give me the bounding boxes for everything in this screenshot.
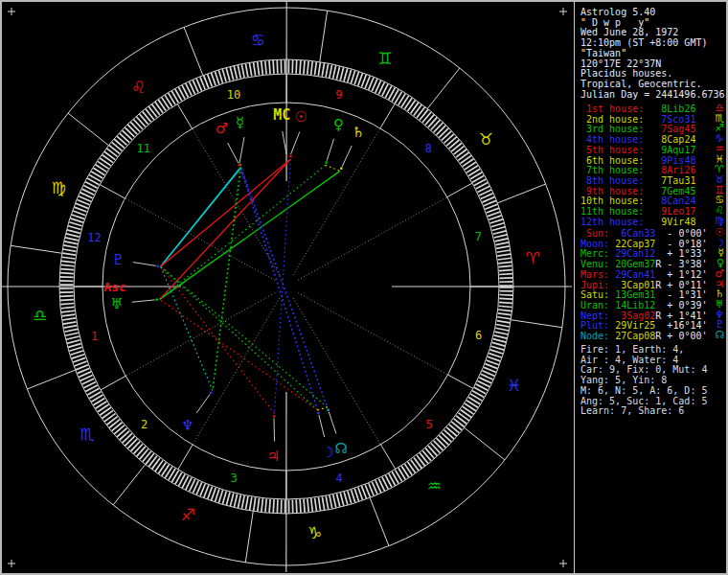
house-label: 7th house: [580, 165, 644, 175]
natal-chart-wheel: ♈♉♊♋♌♍♎♏♐♑♒♓123456789101112☉☽☿♀♂♃♄♅♆♇☊MC… [2, 2, 574, 573]
house-cusp-value: 8Can24 [655, 196, 695, 206]
planet-velocity: + 0°39' [667, 300, 707, 310]
house-row-8: 8th house: 7Tau31♉ [580, 176, 726, 186]
house-row-4: 4th house: 8Cap24♑ [580, 135, 726, 145]
house-row-9: 9th house: 7Gem45♊ [580, 187, 726, 196]
position-dot-nept [210, 392, 212, 394]
planet-position-value: 3Sag02 [615, 310, 655, 321]
position-dot-node [327, 409, 329, 411]
astrolog-window: ♈♉♊♋♌♍♎♏♐♑♒♓123456789101112☉☽☿♀♂♃♄♅♆♇☊MC… [0, 0, 728, 575]
wheel-planet-glyph-moon: ☽ [322, 444, 334, 461]
house-row-12: 12th house: 9Vir48♍ [580, 218, 726, 227]
house-row-6: 6th house: 9Pis48♓ [580, 156, 726, 166]
planet-position-value: 3Cap01 [615, 280, 655, 290]
position-dot-moon [317, 412, 319, 414]
info-panel: Astrolog 5.40" D w p y"Wed June 28, 1972… [580, 2, 726, 573]
house-cusp-value: 9Aqu17 [655, 145, 695, 155]
planet-label: Moon: [580, 239, 609, 249]
house-cusp-value: 7Sco31 [655, 114, 695, 125]
house-row-7: 7th house: 8Ari26♈ [580, 166, 726, 175]
planet-icon-node: ☊ [715, 330, 724, 340]
planet-row-uran: Uran: 14Lib12 + 0°39'♅ [580, 301, 726, 310]
planet-row-mars: Mars: 29Can41 + 1°12'♂ [580, 270, 726, 280]
stats-line-7: Learn: 7, Share: 6 [580, 406, 684, 416]
wheel-planet-glyph-nept: ♆ [181, 417, 193, 434]
planet-row-merc: Merc: 29Can12 + 1°33'☿ [580, 249, 726, 259]
house-number-11: 11 [137, 142, 150, 155]
house-cusp-value: 8Lib26 [655, 104, 695, 114]
planet-velocity: + 1°12' [667, 269, 707, 280]
position-dot-jupi [273, 415, 275, 417]
house-label: 5th house: [580, 145, 644, 155]
planet-row-plut: Plut: 29Vir25 +16°14'♇ [580, 321, 726, 331]
sign-glyph-cancer: ♋ [251, 31, 265, 50]
house-number-2: 2 [141, 418, 148, 431]
house-number-8: 8 [425, 142, 432, 155]
planet-row-moon: Moon: 22Cap37 - 0°18'☽ [580, 240, 726, 249]
sign-glyph-capricorn: ♑ [307, 523, 322, 542]
house-number-3: 3 [231, 472, 238, 485]
planet-label: Satu: [580, 289, 609, 300]
planet-label: Nept: [580, 310, 609, 321]
planet-position-value: 22Cap37 [615, 239, 655, 249]
stats-line-4: Yang: 5, Yin: 8 [580, 376, 667, 385]
sign-glyph-libra: ♎ [33, 306, 47, 325]
house-cusp-value: 8Cap24 [655, 134, 695, 145]
planet-position-value: 29Vir25 [615, 320, 655, 331]
spacer [644, 206, 655, 217]
planet-velocity: + 0°11' [667, 280, 707, 290]
planet-velocity: - 1°31' [667, 289, 707, 300]
house-cusp-value: 9Leo17 [655, 206, 695, 217]
house-label: 8th house: [580, 175, 644, 186]
spacer [644, 134, 655, 145]
spacer [644, 165, 655, 175]
house-label: 1st house: [580, 104, 644, 114]
header-line-7: Placidus houses. [580, 69, 672, 79]
spacer [644, 124, 655, 134]
house-number-10: 10 [227, 88, 240, 102]
house-row-11: 11th house: 9Leo17♌ [580, 207, 726, 217]
panel-separator [574, 2, 575, 573]
sign-glyph-pisces: ♓ [507, 376, 521, 395]
house-label: 12th house: [580, 217, 644, 227]
planet-row-satu: Satu: 13Gem31 - 1°31'♄ [580, 290, 726, 300]
zodiac-sign-icon: ♍ [715, 216, 724, 226]
asc-label: Asc [103, 280, 125, 294]
sign-glyph-leo: ♌ [131, 78, 146, 97]
spacer [644, 196, 655, 206]
wheel-planet-glyph-merc: ☿ [236, 114, 244, 131]
header-line-4: 12:10pm (ST +8:00 GMT) [580, 38, 707, 48]
house-label: 4th house: [580, 134, 644, 145]
position-dot-plut [156, 264, 158, 266]
house-label: 6th house: [580, 155, 644, 166]
spacer [644, 217, 655, 227]
planet-row-node: Node: 27Cap08R + 0°00'☊ [580, 332, 726, 341]
header-line-5: "Taiwan" [580, 49, 626, 58]
position-dot-uran [155, 298, 157, 300]
wheel-planet-glyph-jupi: ♃ [267, 448, 280, 465]
planet-label: Plut: [580, 320, 609, 331]
house-label: 2nd house: [580, 114, 644, 125]
planet-label: Merc: [580, 248, 609, 259]
planet-label: Jupi: [580, 280, 609, 290]
wheel-planet-glyph-venu: ♀ [333, 116, 344, 133]
spacer [644, 175, 655, 186]
planet-label: Mars: [580, 269, 609, 280]
wheel-planet-glyph-satu: ♄ [352, 124, 364, 141]
house-cusp-value: 7Tau31 [655, 175, 695, 186]
house-label: 9th house: [580, 186, 644, 196]
stats-line-1: Fire: 1, Earth: 4, [580, 345, 684, 355]
sign-glyph-aquarius: ♒ [427, 476, 442, 495]
position-dot-mars [239, 164, 240, 166]
house-row-5: 5th house: 9Aqu17♒ [580, 146, 726, 155]
wheel-background [2, 2, 574, 573]
planet-velocity: - 0°00' [667, 228, 707, 239]
planet-position-value: 14Lib12 [615, 300, 655, 310]
stats-line-5: M: 6, N: 5, A: 6, D: 5 [580, 386, 707, 396]
planet-velocity: + 1°33' [667, 248, 707, 259]
header-line-8: Tropical, Geocentric. [580, 80, 701, 89]
wheel-planet-glyph-sun: ☉ [294, 108, 307, 126]
position-dot-satu [340, 167, 342, 169]
header-line-1: Astrolog 5.40 [580, 8, 655, 17]
sign-glyph-gemini: ♊ [377, 49, 392, 68]
